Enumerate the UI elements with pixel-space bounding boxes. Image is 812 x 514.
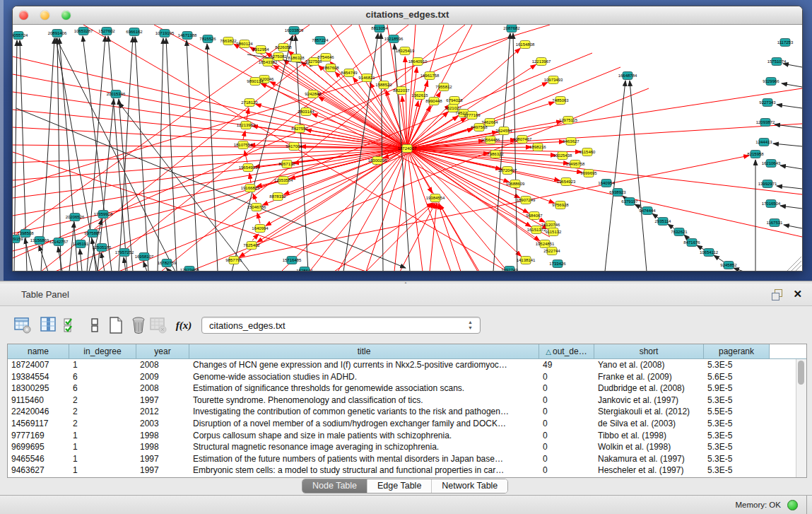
graph-node[interactable]: 2087682 (503, 25, 520, 33)
graph-node[interactable]: 7815526 (199, 35, 216, 43)
graph-node[interactable]: 8267130 (278, 160, 295, 168)
table-row[interactable]: 911546021997Tourette syndrome. Phenomeno… (8, 395, 791, 407)
graph-node[interactable]: 9227343 (759, 99, 776, 107)
graph-node[interactable]: 18720407 (498, 167, 517, 175)
graph-node[interactable]: 18107554 (234, 141, 253, 149)
new-table-icon[interactable] (106, 315, 126, 336)
graph-node[interactable]: 8454749 (341, 69, 358, 77)
graph-node[interactable]: 17016504 (762, 200, 781, 208)
graph-node[interactable]: 16210643 (762, 160, 781, 168)
network-graph[interactable]: 1872400718300295193845547663822986012489… (13, 25, 802, 271)
function-builder-icon[interactable]: f(x) (174, 315, 194, 336)
graph-node[interactable]: 6794028 (446, 97, 463, 105)
graph-node[interactable]: 8226058 (275, 44, 292, 52)
table-settings-icon[interactable] (13, 315, 33, 336)
graph-node[interactable]: 7625402 (243, 242, 260, 250)
graph-node[interactable]: 20015346 (107, 90, 126, 98)
graph-node[interactable]: 9756928 (552, 201, 569, 209)
graph-node[interactable]: 9139159 (13, 235, 23, 243)
graph-node[interactable]: 9417004 (286, 143, 302, 151)
graph-node[interactable]: 1527602 (98, 28, 115, 35)
graph-node[interactable]: 9975887 (84, 230, 101, 238)
graph-node[interactable]: 1640994 (252, 225, 269, 233)
dropdown-stepper-icon[interactable]: ▲▼ (466, 320, 474, 332)
graph-node[interactable]: 2935114 (655, 218, 672, 226)
graph-node[interactable]: 12213967 (532, 58, 551, 66)
graph-node[interactable]: 9329966 (763, 78, 779, 86)
graph-node[interactable]: 19654923 (557, 178, 576, 186)
table-row[interactable]: 1456911722003Disruption of a novel membe… (8, 418, 791, 430)
float-panel-icon[interactable] (772, 289, 782, 300)
table-row[interactable]: 969969511998Structural magnetic resonanc… (8, 441, 791, 453)
table-row[interactable]: 946362711997Embryonic stem cells: a mode… (8, 465, 791, 477)
graph-node[interactable]: 14055724 (13, 32, 28, 40)
graph-node[interactable]: 1733426 (549, 260, 566, 268)
graph-node[interactable]: 1898216 (529, 144, 546, 151)
graph-node[interactable]: 12093872 (756, 119, 775, 127)
graph-node[interactable]: 1145191 (73, 240, 90, 248)
column-header-title[interactable]: title (189, 344, 539, 359)
graph-node[interactable]: 12142757 (49, 238, 69, 246)
graph-node[interactable]: 19495758 (566, 160, 585, 168)
graph-node[interactable]: 8186328 (288, 54, 305, 62)
column-header-pagerank[interactable]: pagerank (704, 344, 770, 359)
graph-node[interactable]: 12213963 (237, 122, 256, 129)
graph-node[interactable]: 19384554 (426, 194, 445, 202)
table-row[interactable]: 1830029562008Estimation of significance … (8, 382, 791, 395)
graph-node[interactable]: 10719195 (155, 30, 175, 37)
memory-ok-indicator[interactable] (787, 500, 798, 510)
column-header-in_degree[interactable]: in_degree (69, 344, 136, 359)
graph-node[interactable]: 7485063 (552, 97, 569, 105)
graph-node[interactable]: 6379197 (621, 198, 638, 206)
graph-node[interactable]: 20206526 (66, 214, 85, 221)
graph-node[interactable]: 6966162 (126, 28, 143, 36)
graph-node[interactable]: 16033809 (285, 27, 304, 35)
graph-node[interactable]: 8878332 (269, 193, 286, 201)
graph-node[interactable]: 1362615 (411, 92, 428, 100)
graph-node[interactable]: 9115132 (546, 228, 563, 236)
graph-node[interactable]: 9245852 (720, 262, 737, 269)
network-canvas[interactable]: 1872400718300295193845547663822986012489… (13, 25, 802, 271)
graph-node[interactable]: 18325419 (396, 47, 415, 55)
graph-node[interactable]: 16782759 (158, 259, 177, 267)
column-header-out_de[interactable]: △out_de… (539, 344, 594, 359)
table-row[interactable]: 1938455462009Genome-wide association stu… (8, 371, 791, 383)
graph-node[interactable]: 1167531 (767, 219, 784, 227)
graph-node[interactable]: 8990448 (425, 98, 442, 105)
graph-node[interactable]: 2718120 (241, 99, 258, 107)
graph-node[interactable]: 6497568 (471, 124, 488, 132)
graph-node[interactable]: 10654112 (700, 249, 719, 257)
select-rows-check-icon[interactable] (61, 315, 81, 336)
graph-node[interactable]: 9463627 (563, 138, 579, 146)
graph-node[interactable]: 14138141 (517, 257, 536, 264)
graph-node[interactable]: 16958107 (135, 253, 154, 261)
column-header-short[interactable]: short (594, 344, 704, 359)
delete-trash-icon[interactable] (129, 315, 148, 336)
graph-node[interactable]: 10688609 (506, 180, 525, 188)
graph-node[interactable]: 18640910 (408, 58, 428, 66)
table-vertical-scrollbar[interactable] (796, 359, 806, 477)
table-row[interactable]: 1872400712008Changes of HCN gene express… (8, 359, 791, 371)
graph-node[interactable]: 7663822 (220, 37, 237, 45)
network-window-titlebar[interactable]: citations_edges.txt (13, 6, 802, 25)
graph-node[interactable]: 9857791 (225, 257, 242, 264)
select-columns-icon[interactable] (39, 315, 59, 336)
graph-node[interactable]: 8813054 (371, 25, 388, 33)
close-panel-icon[interactable]: ✕ (793, 288, 802, 300)
graph-node[interactable]: 16151372 (527, 226, 546, 234)
graph-node[interactable]: 16648784 (618, 72, 637, 80)
graph-node[interactable]: 9146821 (358, 74, 375, 82)
graph-node[interactable]: 1244413 (755, 139, 772, 146)
graph-node[interactable]: 8215958 (747, 151, 764, 158)
graph-node[interactable]: 19524851 (536, 240, 555, 248)
graph-node[interactable]: 16543382 (259, 59, 278, 66)
graph-node[interactable]: 9115460 (579, 148, 596, 156)
graph-node[interactable]: 2803144 (298, 108, 314, 116)
tab-node-table[interactable]: Node Table (302, 479, 367, 493)
table-row[interactable]: 946554611997Estimation of the future num… (8, 453, 791, 465)
graph-node[interactable]: 13992971 (758, 180, 777, 188)
graph-node[interactable]: 2522744 (543, 247, 560, 255)
graph-node[interactable]: 7632621 (671, 228, 688, 236)
graph-node[interactable]: 12923468 (180, 267, 199, 272)
graph-node[interactable]: 18907249 (517, 197, 536, 204)
